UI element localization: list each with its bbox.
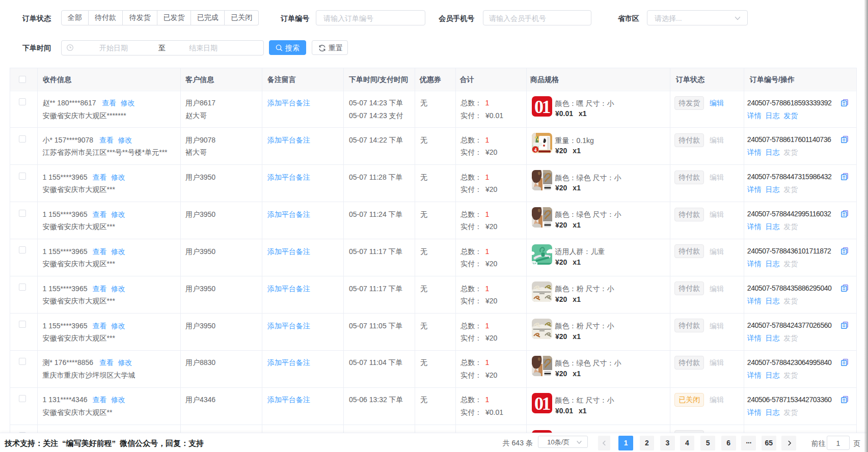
svg-text:01: 01 [534,97,551,117]
svg-text:绿色: 绿色 [532,262,537,265]
svg-text:01: 01 [534,393,551,413]
svg-text:4: 4 [534,147,537,153]
